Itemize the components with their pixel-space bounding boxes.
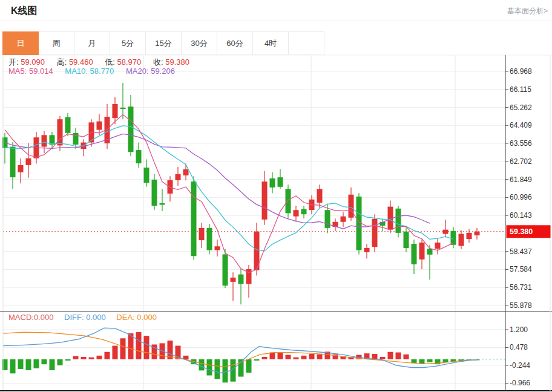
ma10-value: 58.770 (90, 67, 114, 76)
price-axis-label: 60.143 (510, 211, 532, 220)
macd-bar (246, 359, 252, 373)
candle-body (144, 168, 150, 183)
candle-body (294, 210, 299, 216)
candle-body (396, 209, 401, 233)
candle-body (427, 249, 433, 255)
macd-bar (396, 353, 401, 359)
macd-bar (262, 357, 268, 359)
ma5-value: 59.014 (29, 67, 53, 76)
candle-body (341, 217, 346, 222)
candle-body (97, 122, 102, 130)
macd-bar (427, 359, 433, 362)
candle-body (183, 169, 189, 175)
macd-bar (81, 357, 87, 359)
macd-bar (278, 353, 283, 359)
macd-bar (254, 359, 260, 361)
open-label: 开: (8, 57, 19, 67)
candle-body (459, 234, 464, 246)
macd-bar (404, 354, 409, 359)
candle-body (191, 181, 197, 256)
macd-bar (50, 359, 55, 370)
price-axis-label: 65.262 (510, 103, 532, 112)
ma20-value: 59.206 (151, 67, 175, 76)
price-axis-label: 66.115 (510, 85, 531, 94)
candle-body (223, 254, 228, 286)
macd-axis-label: -0.966 (510, 379, 530, 387)
candle-body (42, 135, 47, 146)
price-axis-label: 66.968 (510, 67, 532, 76)
dea-label: DEA: (116, 313, 134, 322)
candle-body (349, 195, 354, 218)
candle-body (467, 233, 472, 239)
macd-bar (301, 356, 307, 359)
macd-bar (10, 359, 16, 373)
candle-body (270, 178, 275, 188)
macd-bar (207, 359, 212, 376)
candle-body (404, 232, 409, 248)
macd-bar (380, 357, 386, 359)
diff-label: DIFF: (64, 313, 84, 322)
candle-body (286, 189, 291, 213)
candle-body (207, 228, 212, 250)
low-label: 低: (105, 57, 115, 67)
candle-body (475, 232, 480, 235)
candle-body (451, 231, 456, 245)
candle-body (199, 228, 205, 240)
diff-value: 0.000 (86, 313, 106, 322)
close-label: 收: (153, 57, 163, 67)
candle-body (168, 180, 173, 194)
candle-body (176, 174, 181, 180)
macd-axis-label: 1.200 (510, 325, 528, 334)
macd-bar (199, 359, 205, 370)
macd-bar (419, 359, 425, 364)
candle-body (262, 181, 268, 220)
macd-bar (26, 359, 31, 370)
candle-body (372, 219, 378, 247)
close-value: 59.380 (165, 57, 189, 67)
price-axis-label: 61.849 (510, 175, 532, 184)
candle-body (364, 248, 370, 252)
macd-row: MACD:0.000 DIFF: 0.000 DEA: 0.000 (8, 313, 157, 322)
dea-value: 0.000 (137, 313, 157, 322)
candle-body (443, 230, 448, 234)
macd-bar (18, 359, 24, 369)
kline-panel: K线图 基本面分析> 日周月5分15分30分60分4时 66.96866.115… (0, 0, 552, 392)
ma10-label: MA10: (65, 67, 88, 76)
candle-body (317, 189, 323, 203)
macd-bar (58, 359, 63, 365)
candle-body (120, 108, 126, 109)
candle-body (238, 275, 244, 284)
ma-row: MA5: 59.014 MA10: 58.770 MA20: 59.206 (8, 67, 185, 76)
candle-body (231, 278, 236, 282)
macd-bar (136, 332, 142, 359)
macd-bar (73, 356, 79, 359)
ma20-label: MA20: (126, 67, 149, 76)
candle-body (65, 117, 71, 133)
macd-bar (34, 359, 39, 368)
macd-bar (309, 354, 315, 359)
high-value: 59.460 (69, 57, 93, 67)
macd-bar (65, 359, 71, 361)
tab-day[interactable]: 日 (2, 31, 39, 55)
price-axis-label: 55.878 (510, 301, 532, 310)
price-axis-label: 57.584 (510, 265, 532, 273)
price-axis-label: 56.731 (510, 283, 532, 292)
macd-bar (286, 355, 291, 359)
ma20-line (5, 134, 430, 229)
candle-body (325, 210, 330, 228)
candle-body (301, 209, 307, 214)
macd-bar (223, 359, 228, 382)
current-price-badge-text: 59.380 (510, 227, 533, 236)
macd-bar (128, 333, 134, 359)
macd-bar (144, 336, 150, 359)
candle-body (152, 180, 157, 206)
candle-body (128, 106, 134, 152)
macd-value: 0.000 (34, 313, 54, 322)
ma5-label: MA5: (8, 67, 27, 76)
macd-axis-label: 0.478 (510, 343, 528, 351)
candle-body (278, 177, 283, 187)
candle-body (113, 104, 118, 118)
price-axis-label: 62.702 (510, 157, 532, 166)
macd-bar (412, 359, 417, 363)
macd-bar (105, 352, 110, 359)
